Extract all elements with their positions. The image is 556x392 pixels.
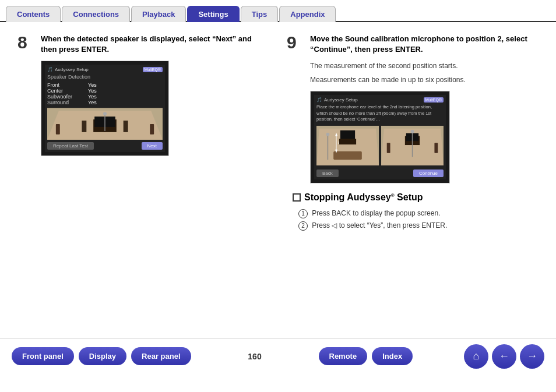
speaker-name-center: Center xyxy=(47,88,79,94)
speaker-status-front: Yes xyxy=(88,82,97,88)
stopping-section: Stopping Audyssey® Setup 1 Press BACK to… xyxy=(293,192,539,232)
checkbox-icon xyxy=(293,193,301,202)
step9-section: 9 Move the Sound calibration microphone … xyxy=(287,34,539,327)
page-number: 160 xyxy=(248,352,261,361)
step9-audyssey-logo: 🎵 Audyssey Setup xyxy=(316,97,358,103)
svg-rect-7 xyxy=(150,124,154,135)
step8-room-illustration xyxy=(47,108,163,140)
svg-rect-19 xyxy=(340,130,355,140)
navigation-tabs: Contents Connections Playback Settings T… xyxy=(0,0,556,22)
remote-button[interactable]: Remote xyxy=(319,347,368,365)
speaker-detection-title: Speaker Detection xyxy=(47,74,163,80)
step8-screen-header: 🎵 Audyssey Setup MultEQ® xyxy=(47,67,163,72)
step9-screen-buttons: Back Continue xyxy=(316,169,444,177)
step9-cal-text: Place the microphone ear level at the 2n… xyxy=(316,104,444,123)
svg-rect-4 xyxy=(82,121,86,132)
speaker-row-subwoofer: Subwoofer Yes xyxy=(47,94,163,100)
tab-contents[interactable]: Contents xyxy=(6,6,61,22)
tab-connections[interactable]: Connections xyxy=(62,6,130,22)
speaker-row-center: Center Yes xyxy=(47,88,163,94)
svg-rect-24 xyxy=(434,143,438,153)
step8-header: 8 When the detected speaker is displayed… xyxy=(17,34,269,55)
step9-screen-inner: 🎵 Audyssey Setup MultEQ® Place the micro… xyxy=(314,95,446,179)
stopping-step1: 1 Press BACK to display the popup screen… xyxy=(298,207,539,220)
repeat-last-test-btn[interactable]: Repeat Last Test xyxy=(47,142,94,150)
tab-settings[interactable]: Settings xyxy=(187,6,239,22)
stopping-title: Stopping Audyssey® Setup xyxy=(304,192,423,203)
forward-icon: → xyxy=(527,350,537,362)
rear-panel-button[interactable]: Rear panel xyxy=(131,347,191,365)
step8-text: When the detected speaker is displayed, … xyxy=(41,34,269,55)
svg-point-28 xyxy=(411,130,414,133)
home-icon: ⌂ xyxy=(473,350,480,362)
step8-screen-buttons: Repeat Last Test Next xyxy=(47,142,163,150)
step8-number: 8 xyxy=(17,34,35,51)
tab-tips[interactable]: Tips xyxy=(241,6,279,22)
main-content: 8 When the detected speaker is displayed… xyxy=(0,22,556,338)
speaker-name-surround: Surround xyxy=(47,100,79,105)
speaker-table: Front Yes Center Yes Subwoofer Yes Surro… xyxy=(47,82,163,105)
speaker-row-surround: Surround Yes xyxy=(47,100,163,105)
step8-section: 8 When the detected speaker is displayed… xyxy=(17,34,269,327)
speaker-row-front: Front Yes xyxy=(47,82,163,88)
step9-header: 9 Move the Sound calibration microphone … xyxy=(287,34,539,55)
svg-rect-20 xyxy=(339,139,356,144)
step9-text-bold: Move the Sound calibration microphone to… xyxy=(310,34,539,55)
speaker-name-front: Front xyxy=(47,82,79,88)
tab-playback[interactable]: Playback xyxy=(131,6,186,22)
svg-point-9 xyxy=(103,112,107,116)
stopping-steps: 1 Press BACK to display the popup screen… xyxy=(298,207,539,232)
svg-rect-6 xyxy=(56,124,60,135)
home-button[interactable]: ⌂ xyxy=(464,344,488,369)
front-panel-button[interactable]: Front panel xyxy=(12,347,74,365)
step9-screen-header: 🎵 Audyssey Setup MultEQ® xyxy=(316,97,444,103)
svg-point-14 xyxy=(326,133,330,136)
audyssey-logo: 🎵 Audyssey Setup xyxy=(47,67,89,72)
stopping-header: Stopping Audyssey® Setup xyxy=(293,192,539,203)
speaker-status-center: Yes xyxy=(88,88,97,94)
speaker-status-surround: Yes xyxy=(88,100,97,105)
step9-number: 9 xyxy=(287,34,304,51)
step9-audyssey-title: Audyssey Setup xyxy=(324,97,358,103)
step9-text1: The measurement of the second position s… xyxy=(310,61,539,71)
bottom-navigation: Front panel Display Rear panel 160 Remot… xyxy=(0,338,556,373)
next-btn[interactable]: Next xyxy=(142,142,163,150)
step9-text2: Measurements can be made in up to six po… xyxy=(310,75,539,85)
bottom-nav-right: ⌂ ← → xyxy=(464,344,544,369)
back-icon: ← xyxy=(499,350,509,362)
step9-screenshot: 🎵 Audyssey Setup MultEQ® Place the micro… xyxy=(310,91,450,183)
step9-audyssey-badge: MultEQ® xyxy=(424,97,444,103)
stopping-step2: 2 Press ◁ to select “Yes”, then press EN… xyxy=(298,220,539,232)
index-button[interactable]: Index xyxy=(372,347,413,365)
bottom-nav-left: Front panel Display Rear panel xyxy=(12,347,191,365)
back-button[interactable]: ← xyxy=(492,344,516,369)
tab-appendix[interactable]: Appendix xyxy=(279,6,336,22)
svg-rect-12 xyxy=(333,151,362,160)
audyssey-title: Audyssey Setup xyxy=(55,67,89,72)
continue-btn[interactable]: Continue xyxy=(413,169,444,177)
speaker-status-subwoofer: Yes xyxy=(88,94,97,100)
audyssey-badge: MultEQ® xyxy=(143,67,163,72)
back-btn[interactable]: Back xyxy=(316,169,339,177)
svg-rect-23 xyxy=(387,143,390,153)
step8-screen-inner: 🎵 Audyssey Setup MultEQ® Speaker Detecti… xyxy=(45,65,165,152)
step8-screenshot: 🎵 Audyssey Setup MultEQ® Speaker Detecti… xyxy=(41,61,169,156)
display-button[interactable]: Display xyxy=(79,347,126,365)
forward-button[interactable]: → xyxy=(520,344,544,369)
svg-rect-5 xyxy=(124,121,128,132)
speaker-name-subwoofer: Subwoofer xyxy=(47,94,79,100)
